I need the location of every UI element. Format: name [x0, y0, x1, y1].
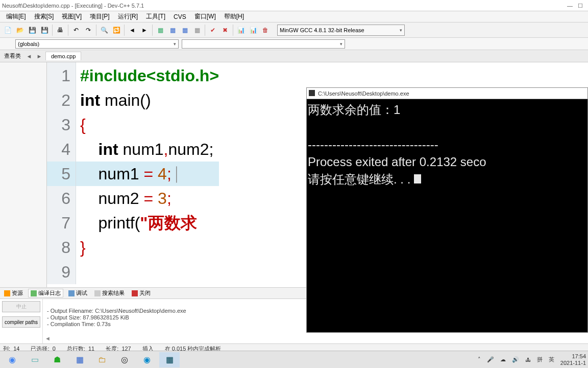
tray-cloud-icon[interactable]: ☁	[500, 356, 506, 363]
minimize-icon[interactable]: —	[567, 0, 573, 11]
code-line	[76, 260, 219, 284]
code-line: num2 = 3;	[76, 186, 219, 211]
profile-icon[interactable]: 📊	[235, 25, 247, 36]
tab-prev-icon[interactable]: ◄	[24, 53, 34, 59]
console-title-text: C:\Users\Neusoft\Desktop\demo.exe	[318, 90, 409, 97]
compiler-selector[interactable]: MinGW GCC 4.8.1 32-bit Release ▾	[277, 25, 405, 36]
menu-tools[interactable]: 工具[T]	[142, 12, 169, 21]
taskbar-devcpp-icon[interactable]: ▦	[159, 352, 180, 367]
menu-window[interactable]: 窗口[W]	[190, 12, 220, 21]
tab-search-results[interactable]: 搜索结果	[92, 289, 127, 297]
console-window[interactable]: C:\Users\Neusoft\Desktop\demo.exe 两数求余的值…	[306, 87, 588, 333]
save-icon[interactable]: 💾	[27, 25, 38, 36]
member-selector[interactable]: ▾	[182, 39, 345, 49]
taskbar-folder-icon[interactable]: 🗀	[92, 352, 112, 367]
tab-next-icon[interactable]: ►	[34, 53, 44, 59]
class-browser-panel[interactable]	[0, 62, 47, 287]
compiler-selector-text: MinGW GCC 4.8.1 32-bit Release	[280, 27, 364, 33]
tray-network-icon[interactable]: 🖧	[525, 357, 531, 363]
code-line: {	[76, 112, 219, 137]
log-icon	[31, 290, 37, 296]
menu-help[interactable]: 帮助[H]	[220, 12, 248, 21]
print-icon[interactable]: 🖶	[55, 25, 66, 36]
globals-text: (globals)	[18, 41, 39, 47]
console-output: 两数求余的值：1 -------------------------------…	[307, 99, 587, 190]
taskbar-chrome-icon[interactable]: ◉	[2, 352, 22, 367]
profile2-icon[interactable]: 📊	[248, 25, 259, 36]
code-lines[interactable]: #include<stdio.h> int main() { int num1,…	[76, 62, 219, 284]
taskbar-edge-icon[interactable]: ◉	[137, 352, 157, 367]
ime-indicator-2[interactable]: 英	[549, 356, 554, 363]
line-number-gutter: 1 2 3 4 5 6 7 8 9	[47, 62, 76, 284]
forward-icon[interactable]: ►	[139, 25, 150, 36]
window-title: Neusoft\Desktop\demo.cpp - [Executing] -…	[2, 0, 144, 11]
replace-icon[interactable]: 🔁	[111, 25, 122, 36]
tab-strip: 查看类 ◄ ► demo.cpp	[0, 50, 588, 62]
taskbar-wechat-icon[interactable]: ☗	[47, 352, 67, 367]
code-line: int main()	[76, 88, 219, 112]
redo-icon[interactable]: ↷	[83, 25, 94, 36]
tab-compile-log[interactable]: 编译日志	[28, 289, 63, 297]
window-controls: — ☐	[567, 0, 588, 11]
resource-icon	[4, 290, 10, 296]
tab-debug[interactable]: 调试	[66, 289, 89, 297]
code-line: }	[76, 235, 219, 260]
code-line-current: num1 = 4; ⎸	[76, 162, 219, 186]
tab-resources[interactable]: 资源	[2, 289, 25, 297]
ime-indicator-1[interactable]: 拼	[537, 356, 543, 363]
compile-run-icon[interactable]: ▦	[179, 25, 190, 36]
file-tab-demo[interactable]: demo.cpp	[45, 52, 81, 60]
tab-close[interactable]: 关闭	[130, 289, 153, 297]
taskbar-clock[interactable]: 17:54 2021-11-1	[560, 353, 586, 366]
menu-view[interactable]: 视图[V]	[58, 12, 86, 21]
cursor-icon	[414, 174, 421, 183]
back-icon[interactable]: ◄	[127, 25, 138, 36]
menu-cvs[interactable]: CVS	[169, 13, 190, 20]
console-title-bar[interactable]: C:\Users\Neusoft\Desktop\demo.exe	[307, 88, 587, 99]
debug-icon	[68, 290, 75, 296]
abort-compile-button[interactable]: 中止	[2, 301, 40, 312]
toolbar: 📄 📂 💾 💾 🖶 ↶ ↷ 🔍 🔁 ◄ ► ▦ ▦ ▦ ▦ ✔ ✖ 📊 📊 🗑 …	[0, 22, 588, 38]
title-bar: Neusoft\Desktop\demo.cpp - [Executing] -…	[0, 0, 588, 11]
taskbar-explorer-icon[interactable]: ▭	[24, 352, 45, 367]
find-icon[interactable]: 🔍	[99, 25, 110, 36]
tray-chevron-up-icon[interactable]: ˄	[478, 356, 481, 363]
menu-run[interactable]: 运行[R]	[114, 12, 142, 21]
chevron-down-icon: ▾	[340, 41, 342, 47]
menu-search[interactable]: 搜索[S]	[30, 12, 58, 21]
delete-profile-icon[interactable]: 🗑	[260, 25, 271, 36]
menu-edit[interactable]: 编辑[E]	[2, 12, 30, 21]
search-icon	[94, 290, 101, 296]
stop-icon[interactable]: ✖	[219, 25, 231, 36]
taskbar: ◉ ▭ ☗ ▦ 🗀 ◎ ◉ ▦ ˄ 🎤 ☁ 🔊 🖧 拼 英 17:54 2021…	[0, 351, 588, 368]
close-icon	[132, 290, 138, 296]
taskbar-app-icon[interactable]: ▦	[69, 352, 90, 367]
code-line: printf("两数求	[76, 211, 219, 235]
menu-bar: 编辑[E] 搜索[S] 视图[V] 项目[P] 运行[R] 工具[T] CVS …	[0, 11, 588, 22]
scope-bar: (globals) ▾ ▾	[0, 38, 588, 50]
tray-volume-icon[interactable]: 🔊	[512, 356, 519, 363]
open-icon[interactable]: 📂	[14, 25, 26, 36]
menu-project[interactable]: 项目[P]	[86, 12, 114, 21]
globals-selector[interactable]: (globals) ▾	[15, 39, 179, 49]
left-tabs-label[interactable]: 查看类	[1, 52, 24, 60]
chevron-down-icon: ▾	[400, 28, 402, 33]
debug-icon[interactable]: ✔	[207, 25, 218, 36]
compile-icon[interactable]: ▦	[155, 25, 166, 36]
scroll-left-icon[interactable]: ◄	[45, 335, 51, 341]
undo-icon[interactable]: ↶	[70, 25, 82, 36]
output-sidebar: 中止 compiler paths	[0, 299, 43, 343]
saveall-icon[interactable]: 💾	[39, 25, 50, 36]
run-icon[interactable]: ▦	[167, 25, 178, 36]
code-line: int num1,num2;	[76, 137, 219, 162]
code-line: #include<stdio.h>	[76, 63, 219, 88]
tray-mic-icon[interactable]: 🎤	[487, 356, 494, 363]
maximize-icon[interactable]: ☐	[578, 0, 583, 11]
rebuild-icon[interactable]: ▦	[191, 25, 203, 36]
new-icon[interactable]: 📄	[2, 25, 13, 36]
compiler-paths-button[interactable]: compiler paths	[2, 316, 40, 328]
taskbar-obs-icon[interactable]: ◎	[114, 352, 135, 367]
chevron-down-icon: ▾	[174, 41, 176, 47]
